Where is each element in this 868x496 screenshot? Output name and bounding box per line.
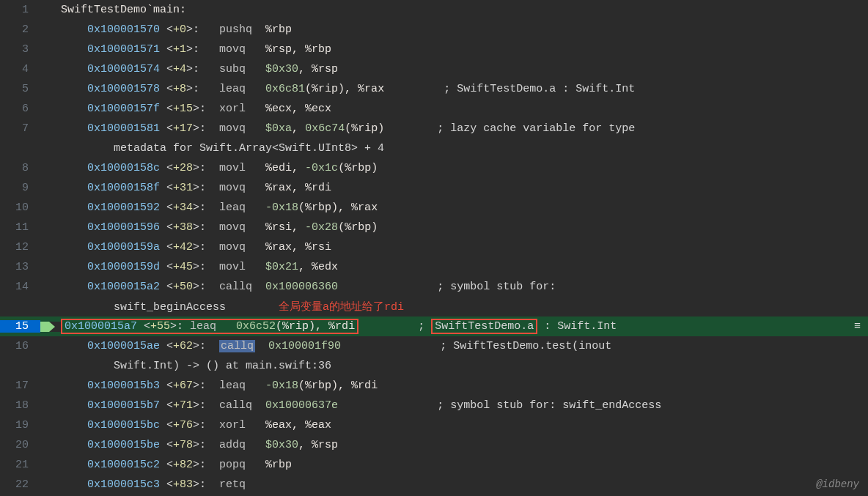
code-content: SwiftTestDemo`main: — [61, 4, 868, 16]
code-content: 0x10000157f <+15>: xorl %ecx, %ecx — [61, 103, 868, 115]
code-line[interactable]: 1SwiftTestDemo`main: — [0, 0, 868, 20]
code-line[interactable]: 8 0x10000158c <+28>: movl %edi, -0x1c(%r… — [0, 158, 868, 178]
line-number: 9 — [0, 182, 40, 194]
code-content: metadata for Swift.Array<Swift.UInt8> + … — [61, 142, 868, 155]
code-line[interactable]: 3 0x100001571 <+1>: movq %rsp, %rbp — [0, 40, 868, 59]
code-line[interactable]: 20 0x1000015be <+78>: addq $0x30, %rsp — [0, 435, 868, 455]
code-content: 0x1000015bc <+76>: xorl %eax, %eax — [61, 419, 868, 432]
code-line[interactable]: 12 0x10000159a <+42>: movq %rax, %rsi — [0, 237, 868, 257]
line-number: 1 — [0, 4, 40, 16]
annotation-text: 全局变量a的地址给了rdi — [279, 301, 404, 314]
line-number: 5 — [0, 83, 40, 95]
line-number: 7 — [0, 122, 40, 135]
code-line[interactable]: 18 0x1000015b7 <+71>: callq 0x10000637e … — [0, 396, 868, 415]
code-line[interactable]: 13 0x10000159d <+45>: movl $0x21, %edx — [0, 257, 868, 277]
code-line[interactable]: 22 0x1000015c3 <+83>: retq — [0, 475, 868, 495]
code-content: 0x1000015a2 <+50>: callq 0x100006360 ; s… — [61, 281, 868, 293]
line-number: 4 — [0, 63, 40, 75]
code-content: 0x1000015b7 <+71>: callq 0x10000637e ; s… — [61, 399, 868, 412]
code-content: 0x10000159d <+45>: movl $0x21, %edx — [61, 261, 868, 273]
code-content: 0x10000159a <+42>: movq %rax, %rsi — [61, 241, 868, 253]
breakpoint-arrow-icon — [40, 322, 61, 332]
line-number: 2 — [0, 23, 40, 36]
line-number: 12 — [0, 241, 40, 253]
line-number: 3 — [0, 43, 40, 56]
code-line[interactable]: 17 0x1000015b3 <+67>: leaq -0x18(%rbp), … — [0, 376, 868, 396]
line-number: 11 — [0, 221, 40, 234]
code-line[interactable]: 16 0x1000015ae <+62>: callq 0x100001f90 … — [0, 336, 868, 356]
code-content: 0x100001578 <+8>: leaq 0x6c81(%rip), %ra… — [61, 83, 868, 95]
line-number: 13 — [0, 261, 40, 273]
code-line[interactable]: swift_beginAccess 全局变量a的地址给了rdi — [0, 297, 868, 317]
code-line[interactable]: 21 0x1000015c2 <+82>: popq %rbp — [0, 455, 868, 475]
watermark: @idbeny — [816, 478, 859, 490]
code-content: 0x1000015ae <+62>: callq 0x100001f90 ; S… — [61, 340, 868, 352]
code-content: 0x10000158f <+31>: movq %rax, %rdi — [61, 182, 868, 194]
code-content: 0x100001592 <+34>: leaq -0x18(%rbp), %ra… — [61, 201, 868, 214]
code-content: 0x100001574 <+4>: subq $0x30, %rsp — [61, 63, 868, 75]
line-number: 10 — [0, 201, 40, 214]
code-line[interactable]: 19 0x1000015bc <+76>: xorl %eax, %eax — [0, 415, 868, 435]
line-number: 19 — [0, 419, 40, 432]
code-line[interactable]: 10 0x100001592 <+34>: leaq -0x18(%rbp), … — [0, 198, 868, 218]
code-line[interactable]: 150x1000015a7 <+55>: leaq 0x6c52(%rip), … — [0, 317, 868, 336]
code-line[interactable]: metadata for Swift.Array<Swift.UInt8> + … — [0, 138, 868, 158]
code-content: Swift.Int) -> () at main.swift:36 — [61, 360, 868, 372]
svg-marker-0 — [40, 322, 55, 332]
line-number: 6 — [0, 103, 40, 115]
line-number: 18 — [0, 399, 40, 412]
code-content: 0x10000158c <+28>: movl %edi, -0x1c(%rbp… — [61, 162, 868, 174]
code-content: 0x1000015c3 <+83>: retq — [61, 478, 868, 491]
code-line[interactable]: 6 0x10000157f <+15>: xorl %ecx, %ecx — [0, 99, 868, 119]
line-number: 14 — [0, 281, 40, 293]
code-content: 0x100001581 <+17>: movq $0xa, 0x6c74(%ri… — [61, 122, 868, 135]
line-number: 17 — [0, 380, 40, 392]
code-line[interactable]: Swift.Int) -> () at main.swift:36 — [0, 356, 868, 376]
line-number: 21 — [0, 459, 40, 471]
code-line[interactable]: 5 0x100001578 <+8>: leaq 0x6c81(%rip), %… — [0, 79, 868, 99]
code-content: 0x100001571 <+1>: movq %rsp, %rbp — [61, 43, 868, 56]
code-content: 0x100001570 <+0>: pushq %rbp — [61, 23, 868, 36]
code-line[interactable]: 9 0x10000158f <+31>: movq %rax, %rdi — [0, 178, 868, 198]
code-content: 0x1000015a7 <+55>: leaq 0x6c52(%rip), %r… — [61, 319, 868, 334]
line-number: 8 — [0, 162, 40, 174]
code-content: swift_beginAccess 全局变量a的地址给了rdi — [61, 300, 868, 314]
line-number: 15 — [0, 320, 40, 333]
line-number: 20 — [0, 439, 40, 451]
line-menu-icon[interactable]: ≡ — [851, 319, 864, 334]
code-content: 0x1000015c2 <+82>: popq %rbp — [61, 459, 868, 471]
disassembly-view: 1SwiftTestDemo`main:2 0x100001570 <+0>: … — [0, 0, 868, 495]
code-line[interactable]: 4 0x100001574 <+4>: subq $0x30, %rsp — [0, 59, 868, 79]
code-line[interactable]: 2 0x100001570 <+0>: pushq %rbp — [0, 20, 868, 40]
code-line[interactable]: 14 0x1000015a2 <+50>: callq 0x100006360 … — [0, 277, 868, 297]
line-number: 16 — [0, 340, 40, 352]
code-content: 0x1000015b3 <+67>: leaq -0x18(%rbp), %rd… — [61, 380, 868, 392]
line-number: 22 — [0, 478, 40, 491]
code-line[interactable]: 7 0x100001581 <+17>: movq $0xa, 0x6c74(%… — [0, 119, 868, 138]
code-content: 0x100001596 <+38>: movq %rsi, -0x28(%rbp… — [61, 221, 868, 234]
code-line[interactable]: 11 0x100001596 <+38>: movq %rsi, -0x28(%… — [0, 218, 868, 237]
code-content: 0x1000015be <+78>: addq $0x30, %rsp — [61, 439, 868, 451]
